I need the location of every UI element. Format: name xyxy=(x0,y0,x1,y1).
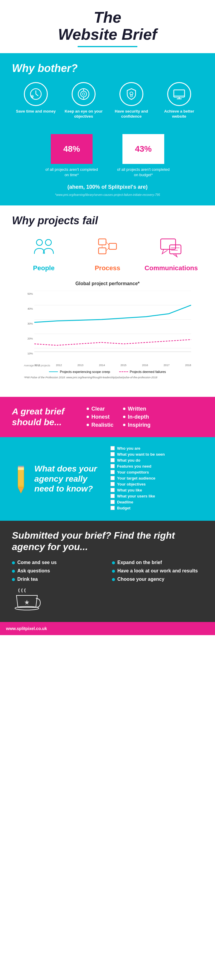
submitted-section: Submitted your brief? Find the right age… xyxy=(0,521,215,622)
footer-logo xyxy=(197,625,209,632)
checklist-audience: Your target audience xyxy=(110,476,203,480)
bullet-choose xyxy=(112,578,115,581)
agency-title: What does your agency really need to kno… xyxy=(34,464,102,494)
submitted-right: Expand on the brief Have a look at our w… xyxy=(112,560,203,585)
why-bother-title: Why bother? xyxy=(12,62,203,75)
footer-url[interactable]: www.splitpixel.co.uk xyxy=(6,626,47,631)
chart-area: 2011 2012 2013 2014 2015 2016 2017 2018 xyxy=(34,291,191,363)
bullet-written xyxy=(123,407,126,410)
chart-y-axis: 50% 40% 30% 20% 10% xyxy=(24,291,34,363)
fail-title: Why projects fail xyxy=(12,215,203,227)
svg-rect-19 xyxy=(99,248,106,254)
chart-svg xyxy=(34,291,191,363)
bar-budget: 43% xyxy=(116,128,170,164)
target-icon xyxy=(77,88,90,101)
fail-section: Why projects fail People xyxy=(0,205,215,397)
checklist-like: What you like xyxy=(110,488,203,492)
checklist-budget: Budget xyxy=(110,506,203,510)
legend-failures-label: Projects deemed failures xyxy=(130,370,166,374)
bullet-honest xyxy=(87,416,89,418)
fail-label-comms: Communications xyxy=(142,264,200,272)
bullet-inspiring xyxy=(123,424,126,426)
people-svg xyxy=(32,236,56,260)
bullet-indepth xyxy=(123,416,126,418)
stat-value-budget: 43% xyxy=(123,134,164,164)
legend-pink-line xyxy=(119,371,128,372)
svg-point-6 xyxy=(81,91,87,97)
fail-label-process: Process xyxy=(79,264,136,272)
brief-title: A great brief should be... xyxy=(12,406,78,428)
fail-label-people: People xyxy=(15,264,73,272)
checkbox-seen[interactable] xyxy=(110,452,115,456)
brief-item-honest: Honest xyxy=(87,414,114,420)
bullet-realistic xyxy=(87,424,89,426)
process-icon xyxy=(79,234,136,261)
svg-marker-35 xyxy=(18,487,24,493)
checkbox-who[interactable] xyxy=(110,446,115,450)
agency-checklist: Who you are What you want to be seen Wha… xyxy=(110,446,203,512)
brief-list: Clear Written Honest In-depth Realistic … xyxy=(87,406,151,428)
people-icon xyxy=(15,234,73,261)
svg-text:£: £ xyxy=(32,96,33,98)
checkbox-like[interactable] xyxy=(110,488,115,492)
legend-failures: Projects deemed failures xyxy=(119,370,166,374)
bar-time: 48% xyxy=(45,128,99,164)
icon-label-time: Save time and money xyxy=(15,109,57,114)
submitted-expand: Expand on the brief xyxy=(112,560,203,565)
checkbox-users[interactable] xyxy=(110,494,115,498)
svg-point-17 xyxy=(45,239,51,245)
bullet-come xyxy=(12,562,15,564)
checklist-features: Features you need xyxy=(110,464,203,468)
fail-comms: Communications xyxy=(142,234,200,272)
icon-item-security: Have security and confidence xyxy=(110,82,153,119)
brief-item-clear: Clear xyxy=(87,406,114,412)
page-title: The Website Brief xyxy=(6,9,209,43)
svg-line-2 xyxy=(36,94,38,96)
why-bother-icons: £ Save time and money Keep an eye on you… xyxy=(12,82,203,119)
checkbox-features[interactable] xyxy=(110,464,115,468)
submitted-right-list: Expand on the brief Have a look at our w… xyxy=(112,560,203,582)
source-text: *www.pmi.org/learning/library/seven-caus… xyxy=(12,193,203,196)
checklist-deadline: Deadline xyxy=(110,500,203,504)
chart-x-axis: 2011 2012 2013 2014 2015 2016 2017 2018 xyxy=(34,364,191,367)
checkbox-budget[interactable] xyxy=(110,506,115,510)
svg-rect-37 xyxy=(18,466,24,467)
checkbox-competitors[interactable] xyxy=(110,470,115,474)
bullet-clear xyxy=(87,407,89,410)
checklist-objectives: Your objectives xyxy=(110,482,203,487)
monitor-icon xyxy=(173,88,186,101)
fail-process: Process xyxy=(79,234,136,272)
checkbox-objectives[interactable] xyxy=(110,482,115,486)
chart-title: Global project performance* xyxy=(24,281,191,286)
checklist-competitors: Your competitors xyxy=(110,470,203,474)
svg-point-40 xyxy=(15,606,39,610)
svg-line-23 xyxy=(106,248,109,251)
process-svg xyxy=(96,236,119,260)
stat-item-time: 48% of all projects aren't completed on … xyxy=(45,128,99,178)
fail-icons-row: People Process xyxy=(12,234,203,272)
stat-item-budget: 43% of all projects aren't completed on … xyxy=(116,128,170,178)
header-underline xyxy=(78,46,137,47)
icon-item-time: £ Save time and money xyxy=(15,82,57,114)
stat-desc-time: of all projects aren't completed on time… xyxy=(45,167,99,178)
chart-source: *PMI Pulse of the Profession 2018: www.p… xyxy=(24,376,191,379)
chart-legend: Projects experiencing scope creep Projec… xyxy=(24,370,191,374)
bullet-ask xyxy=(12,570,15,573)
bullet-expand xyxy=(112,562,115,564)
legend-scope-label: Projects experiencing scope creep xyxy=(60,370,110,374)
pencil-icon xyxy=(12,463,30,495)
checkbox-do[interactable] xyxy=(110,458,115,462)
submitted-content: Come and see us Ask questions Drink tea xyxy=(12,560,203,613)
submitted-choose: Choose your agency xyxy=(112,577,203,582)
checkbox-audience[interactable] xyxy=(110,476,115,480)
checkbox-deadline[interactable] xyxy=(110,500,115,504)
submitted-title: Submitted your brief? Find the right age… xyxy=(12,530,203,553)
svg-line-22 xyxy=(106,242,109,245)
submitted-look: Have a look at our work and results xyxy=(112,568,203,574)
bullet-look xyxy=(112,570,115,573)
shield-icon-circle xyxy=(119,82,143,106)
brief-item-written: Written xyxy=(123,406,151,412)
checklist-who: Who you are xyxy=(110,446,203,450)
submitted-left-list: Come and see us Ask questions Drink tea xyxy=(12,560,103,582)
submitted-come: Come and see us xyxy=(12,560,103,565)
